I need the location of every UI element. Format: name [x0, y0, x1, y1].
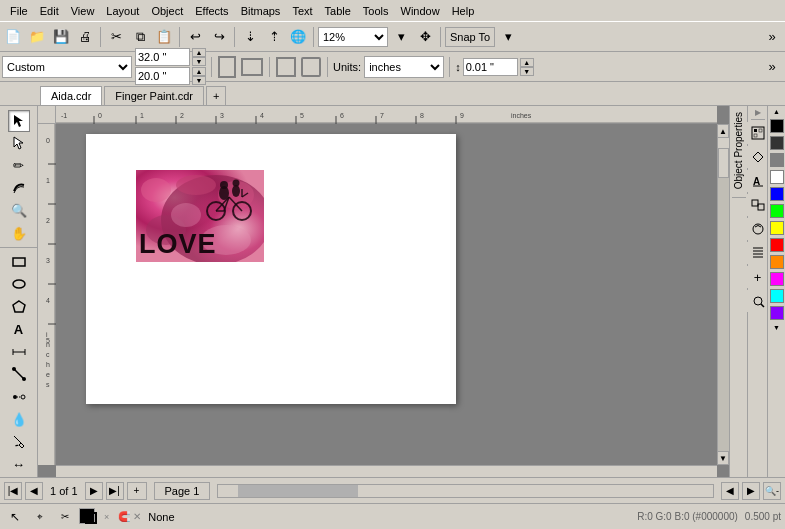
object-properties-panel[interactable]: Object Properties [729, 106, 747, 477]
menu-bitmaps[interactable]: Bitmaps [235, 3, 287, 19]
artistic-media-button[interactable] [8, 178, 30, 200]
page-height-spinner[interactable]: ▲ ▼ [192, 67, 206, 85]
scroll-down-button[interactable]: ▼ [717, 451, 729, 465]
polygon-tool-button[interactable] [8, 296, 30, 318]
palette-down-icon[interactable]: ▼ [773, 324, 780, 331]
horizontal-scrollbar[interactable] [56, 465, 717, 477]
page-size-select[interactable]: Custom Letter A4 [2, 56, 132, 78]
fill-tool-button[interactable] [8, 431, 30, 453]
property-bar-overflow-icon[interactable]: » [761, 56, 783, 78]
landscape-button[interactable] [241, 58, 263, 76]
color-swatch-cyan[interactable] [770, 289, 784, 303]
tab-aida-cdr[interactable]: Aida.cdr [40, 86, 102, 105]
color-swatch-magenta[interactable] [770, 272, 784, 286]
text-tool-button[interactable]: A [8, 318, 30, 340]
eyedropper-tool-button[interactable]: 💧 [8, 408, 30, 430]
nudge-up-button[interactable]: ▲ [520, 58, 534, 67]
color-swatch-black[interactable] [770, 119, 784, 133]
no-fill-icon[interactable]: × [104, 512, 109, 522]
select-all-button[interactable]: ↖ [4, 507, 26, 527]
page-frame-button[interactable] [276, 57, 296, 77]
select-tool-button[interactable] [8, 110, 30, 132]
right-tool7-button[interactable]: + [747, 266, 769, 288]
page-insert-button[interactable]: + [127, 482, 147, 500]
zoom-out-button[interactable]: 🔍- [763, 482, 781, 500]
vertical-scrollbar[interactable] [717, 138, 729, 451]
width-down-button[interactable]: ▼ [192, 57, 206, 66]
menu-table[interactable]: Table [319, 3, 357, 19]
page-height-input[interactable] [135, 67, 190, 85]
menu-layout[interactable]: Layout [100, 3, 145, 19]
height-down-button[interactable]: ▼ [192, 76, 206, 85]
color-swatch-blue[interactable] [770, 187, 784, 201]
right-tool4-button[interactable] [747, 194, 769, 216]
tab-add-button[interactable]: + [206, 86, 226, 105]
zoom-tool-button[interactable]: 🔍 [8, 200, 30, 222]
zoom-select[interactable]: 12% 25% 50% 75% 100% [318, 27, 388, 47]
open-button[interactable]: 📁 [26, 26, 48, 48]
right-tool2-button[interactable] [747, 146, 769, 168]
menu-object[interactable]: Object [145, 3, 189, 19]
ellipse-tool-button[interactable] [8, 273, 30, 295]
portrait-button[interactable] [218, 56, 236, 78]
page-next-button[interactable]: ▶ [85, 482, 103, 500]
color-swatch-red[interactable] [770, 238, 784, 252]
undo-button[interactable]: ↩ [184, 26, 206, 48]
redo-button[interactable]: ↪ [208, 26, 230, 48]
menu-file[interactable]: File [4, 3, 34, 19]
color-swatch-gray[interactable] [770, 153, 784, 167]
nudge-input[interactable] [463, 58, 518, 76]
fill-stroke-indicator[interactable] [79, 508, 99, 526]
page-prev-button[interactable]: ◀ [25, 482, 43, 500]
menu-view[interactable]: View [65, 3, 101, 19]
menu-window[interactable]: Window [395, 3, 446, 19]
h-scroll-left-button[interactable]: ◀ [721, 482, 739, 500]
toolbar-overflow-icon[interactable]: » [761, 26, 783, 48]
menu-edit[interactable]: Edit [34, 3, 65, 19]
subselect-tool-button[interactable] [8, 133, 30, 155]
freehand-tool-button[interactable]: ✏ [8, 155, 30, 177]
blend-tool-button[interactable] [8, 386, 30, 408]
bleed-button[interactable] [301, 57, 321, 77]
new-button[interactable]: 📄 [2, 26, 24, 48]
publish-button[interactable]: 🌐 [287, 26, 309, 48]
color-swatch-purple[interactable] [770, 306, 784, 320]
artwork-image[interactable]: LOVE [136, 170, 264, 262]
page-tab[interactable]: Page 1 [154, 482, 211, 500]
palette-up-icon[interactable]: ▲ [773, 108, 780, 115]
scroll-up-button[interactable]: ▲ [717, 124, 729, 138]
snap-to-button[interactable]: Snap To [445, 27, 495, 47]
stroke-color-box[interactable] [85, 512, 97, 524]
transform-tool-button[interactable]: ↔ [8, 453, 30, 475]
paste-button[interactable]: 📋 [153, 26, 175, 48]
right-tool5-button[interactable] [747, 218, 769, 240]
save-button[interactable]: 💾 [50, 26, 72, 48]
menu-help[interactable]: Help [446, 3, 481, 19]
color-swatch-darkgray[interactable] [770, 136, 784, 150]
nudge-spinner[interactable]: ▲ ▼ [520, 58, 534, 76]
print-button[interactable]: 🖨 [74, 26, 96, 48]
right-tool1-button[interactable] [747, 122, 769, 144]
menu-text[interactable]: Text [286, 3, 318, 19]
page-width-input[interactable] [135, 48, 190, 66]
rectangle-tool-button[interactable] [8, 251, 30, 273]
export-button[interactable]: ⇡ [263, 26, 285, 48]
menu-tools[interactable]: Tools [357, 3, 395, 19]
color-swatch-yellow[interactable] [770, 221, 784, 235]
tab-finger-paint-cdr[interactable]: Finger Paint.cdr [104, 86, 204, 105]
color-swatch-white[interactable] [770, 170, 784, 184]
connector-tool-button[interactable] [8, 363, 30, 385]
height-up-button[interactable]: ▲ [192, 67, 206, 76]
right-tool6-button[interactable] [747, 242, 769, 264]
cut-button[interactable]: ✂ [105, 26, 127, 48]
copy-button[interactable]: ⧉ [129, 26, 151, 48]
dimension-tool-button[interactable] [8, 341, 30, 363]
units-select[interactable]: inches mm cm px pt [364, 56, 444, 78]
import-button[interactable]: ⇣ [239, 26, 261, 48]
color-swatch-orange[interactable] [770, 255, 784, 269]
right-tool8-button[interactable] [747, 290, 769, 312]
right-tool3-button[interactable]: A [747, 170, 769, 192]
width-up-button[interactable]: ▲ [192, 48, 206, 57]
nudge-down-button[interactable]: ▼ [520, 67, 534, 76]
h-scroll-right-button[interactable]: ▶ [742, 482, 760, 500]
